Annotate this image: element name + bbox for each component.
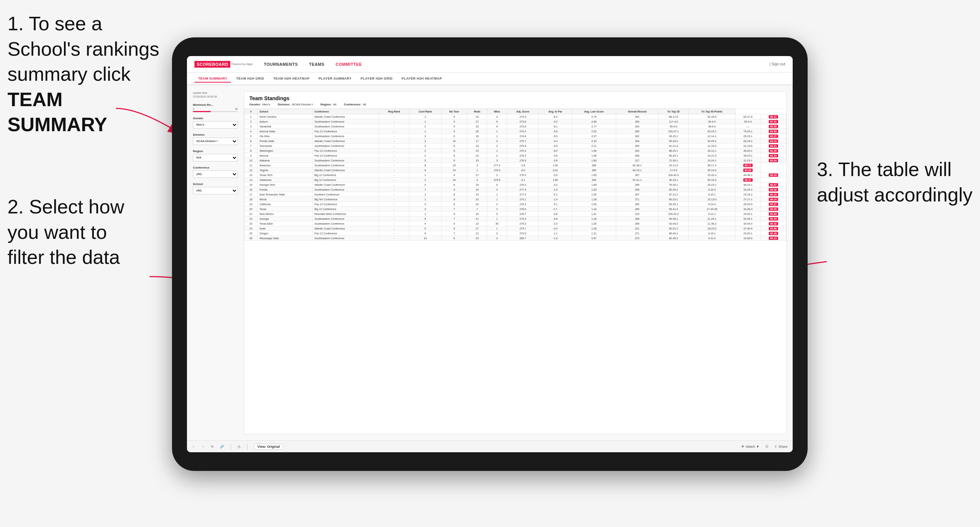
- nav-tournaments[interactable]: TOURNAMENTS: [264, 62, 298, 67]
- table-cell: 266: [616, 216, 658, 221]
- table-cell: Texas: [258, 207, 313, 211]
- table-cell: 27: [468, 119, 487, 124]
- table-cell: 66-40-1: [659, 231, 689, 236]
- table-cell: 83-15-1: [616, 168, 658, 173]
- sub-nav-team-h2h-heatmap[interactable]: TEAM H2H HEATMAP: [270, 75, 313, 83]
- toolbar-reload[interactable]: ↻: [211, 445, 214, 449]
- table-cell: 80.84: [760, 211, 786, 216]
- table-cell: 11-29-1: [689, 216, 735, 221]
- toolbar-share-small[interactable]: 🔗: [220, 445, 224, 449]
- sub-nav-player-h2h-heatmap[interactable]: PLAYER H2H HEATMAP: [398, 75, 446, 83]
- table-cell: 278.7: [507, 211, 539, 216]
- col-overall[interactable]: Overall Record: [616, 109, 658, 114]
- table-cell: 2: [487, 143, 507, 148]
- col-school[interactable]: School: [258, 109, 313, 114]
- nav-committee[interactable]: COMMITTEE: [336, 62, 362, 67]
- table-title: Team Standings: [250, 95, 781, 101]
- sub-nav-team-h2h-grid[interactable]: TEAM H2H GRID: [232, 75, 268, 83]
- table-cell: 86.58: [760, 124, 786, 129]
- table-cell: 27: [468, 173, 487, 178]
- table-cell: 274.2: [507, 129, 539, 134]
- table-cell: 7: [409, 187, 441, 192]
- table-cell: 11-19-0: [689, 143, 735, 148]
- table-row: 10AlabamaSoutheastern Conference-5623327…: [245, 158, 786, 163]
- table-cell: 3: [487, 158, 507, 163]
- table-cell: 24: [468, 211, 487, 216]
- toolbar-grid[interactable]: ☷: [765, 445, 768, 449]
- sub-nav-player-summary[interactable]: PLAYER SUMMARY: [315, 75, 356, 83]
- view-original-button[interactable]: View: Original: [254, 444, 283, 450]
- range-track[interactable]: [193, 111, 238, 112]
- table-cell: 80.16: [760, 192, 786, 197]
- toolbar-forward[interactable]: →: [202, 445, 205, 449]
- table-cell: -: [379, 124, 409, 129]
- tablet: SCOREBOARD Powered by clippd TOURNAMENTS…: [172, 37, 808, 471]
- table-cell: 9: [441, 114, 467, 119]
- table-cell: 3: [409, 134, 441, 139]
- col-avg-par[interactable]: Avg. to Par: [539, 109, 572, 114]
- toolbar-sep2: |: [247, 443, 248, 450]
- table-cell: 7: [245, 143, 258, 148]
- table-cell: 20-39-1: [735, 216, 760, 221]
- table-cell: 80.24: [760, 197, 786, 202]
- score-badge: 83.27: [769, 135, 778, 138]
- sub-nav-team-summary[interactable]: TEAM SUMMARY: [194, 75, 231, 83]
- table-cell: 18: [468, 143, 487, 148]
- table-cell: 2: [409, 124, 441, 129]
- school-select[interactable]: (All): [193, 187, 238, 194]
- table-cell: 88-17-0: [659, 114, 689, 119]
- table-cell: -: [379, 207, 409, 211]
- table-cell: 80.02: [760, 187, 786, 192]
- table-cell: Atlantic Coast Conference: [313, 139, 379, 143]
- table-cell: 80-25-2: [659, 187, 689, 192]
- table-cell: 27: [468, 226, 487, 231]
- table-cell: 80.47: [735, 178, 760, 183]
- conference-select[interactable]: (All): [193, 170, 238, 178]
- table-cell: 1: [468, 168, 487, 173]
- table-cell: 9: [441, 119, 467, 124]
- col-adj-score[interactable]: Adj. Score: [507, 109, 539, 114]
- col-avg-low[interactable]: Avg. Low Score: [572, 109, 616, 114]
- table-cell: Georgia Tech: [258, 183, 313, 187]
- table-cell: 203: [616, 124, 658, 129]
- region-select[interactable]: N/A All: [193, 154, 238, 162]
- toolbar-time[interactable]: ◷: [237, 445, 240, 449]
- table-cell: 33-38-4: [735, 207, 760, 211]
- table-cell: 80.71: [735, 163, 760, 168]
- table-cell: -4.2: [539, 183, 572, 187]
- toolbar-back[interactable]: ←: [192, 445, 196, 449]
- col-wins[interactable]: Wins: [487, 109, 507, 114]
- col-conf-rank[interactable]: Conf Rank: [409, 109, 441, 114]
- gender-select[interactable]: Men's Women's: [193, 121, 238, 129]
- table-cell: 15-32-2: [689, 173, 735, 178]
- sign-out-button[interactable]: | Sign out: [770, 62, 785, 66]
- table-cell: 1.90: [539, 163, 572, 168]
- col-reg-rank[interactable]: Reg Rank: [379, 109, 409, 114]
- col-vs-top25[interactable]: Vs Top 25: [659, 109, 689, 114]
- table-cell: Southeastern Conference: [313, 143, 379, 148]
- table-cell: 9-14-0: [689, 202, 735, 207]
- division-select[interactable]: NCAA Division I NCAA Division II NCAA Di…: [193, 138, 238, 145]
- col-rnds[interactable]: Rnds: [468, 109, 487, 114]
- share-button[interactable]: ⇧ Share: [774, 445, 788, 449]
- conference-label: Conference: [193, 166, 238, 169]
- table-cell: 83-25-1: [659, 202, 689, 207]
- table-cell: 89.11: [760, 114, 786, 119]
- col-rank[interactable]: #: [245, 109, 258, 114]
- table-cell: 76-26-1: [659, 183, 689, 187]
- col-conference[interactable]: Conference: [313, 109, 379, 114]
- table-cell: 1: [409, 129, 441, 134]
- table-cell: 6: [245, 139, 258, 143]
- table-cell: -: [379, 216, 409, 221]
- table-cell: 1.28: [572, 197, 616, 202]
- sub-nav-player-h2h-grid[interactable]: PLAYER H2H GRID: [357, 75, 396, 83]
- table-cell: -2.0: [539, 221, 572, 226]
- watch-button[interactable]: 👁 Watch ▼: [741, 445, 759, 449]
- scoreboard-logo: SCOREBOARD: [194, 61, 230, 68]
- table-cell: 23: [468, 197, 487, 202]
- col-vs-top50[interactable]: Vs Top 50 Points: [689, 109, 735, 114]
- col-no-tour[interactable]: No Tour: [441, 109, 467, 114]
- table-cell: 80.38: [760, 231, 786, 236]
- score-badge: 80.16: [769, 193, 778, 196]
- nav-teams[interactable]: TEAMS: [309, 62, 325, 67]
